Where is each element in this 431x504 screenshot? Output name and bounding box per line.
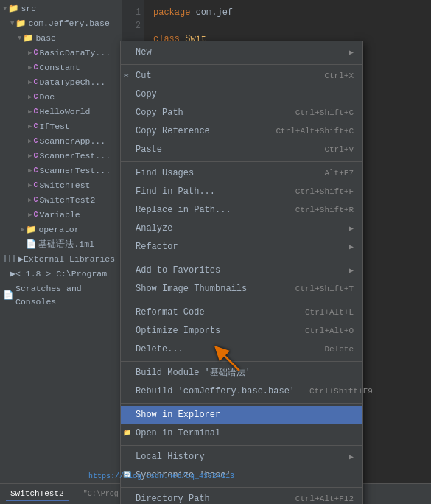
- menu-item-show-image-thumbs[interactable]: Show Image Thumbnails Ctrl+Shift+T: [121, 280, 362, 298]
- menu-item-find-in-path[interactable]: Find in Path... Ctrl+Shift+F: [121, 183, 362, 201]
- item-arrow: ▶: [28, 76, 32, 89]
- watermark: https://blog.csdn.net/qq_43324113: [88, 472, 234, 480]
- class-icon: C: [33, 179, 38, 192]
- item-arrow: ▶: [28, 91, 32, 104]
- menu-label-show-explorer: Show in Explorer: [136, 408, 354, 422]
- menu-item-rebuild[interactable]: Rebuild 'comJeffery.base.base' Ctrl+Shif…: [121, 382, 362, 401]
- class-icon: C: [33, 76, 38, 89]
- sidebar-item-base[interactable]: ▼ 📁 base: [0, 31, 122, 46]
- menu-item-show-explorer[interactable]: Show in Explorer: [121, 406, 362, 424]
- expand-arrow-base: ▼: [18, 32, 21, 45]
- item-arrow: ▶: [28, 46, 32, 60]
- class-icon: C: [33, 91, 38, 104]
- menu-label-open-terminal: Open in Terminal: [136, 427, 354, 441]
- context-menu: New ▶ ✂ Cut Ctrl+X Copy Copy Path Ctrl+S…: [120, 41, 363, 504]
- menu-item-optimize-imports[interactable]: Optimize Imports Ctrl+Alt+O: [121, 322, 362, 340]
- item-arrow: ▶: [28, 120, 32, 133]
- sidebar-label-src: src: [21, 2, 36, 15]
- cut-icon: ✂: [124, 69, 129, 83]
- sidebar-item-operator[interactable]: ▶ 📁 operator: [0, 223, 122, 237]
- sidebar-label: ScannerTest...: [39, 150, 111, 163]
- menu-label-delete: Delete...: [136, 343, 309, 357]
- sidebar-item-iftest[interactable]: ▶ C IfTest: [0, 119, 122, 134]
- class-icon: C: [33, 150, 38, 163]
- menu-shortcut-show-image-thumbs: Ctrl+Shift+T: [295, 282, 354, 296]
- item-arrow: ▶: [28, 179, 32, 192]
- sidebar-item-variable[interactable]: ▶ C Variable: [0, 208, 122, 223]
- menu-item-refactor[interactable]: Refactor ▶: [121, 238, 362, 256]
- menu-item-paste[interactable]: Paste Ctrl+V: [121, 141, 362, 159]
- menu-item-copy-path[interactable]: Copy Path Ctrl+Shift+C: [121, 104, 362, 122]
- menu-item-replace-in-path[interactable]: Replace in Path... Ctrl+Shift+R: [121, 201, 362, 220]
- menu-shortcut-replace-in-path: Ctrl+Shift+R: [295, 203, 354, 217]
- menu-item-new[interactable]: New ▶: [121, 43, 362, 62]
- menu-shortcut-copy-path: Ctrl+Shift+C: [295, 106, 354, 120]
- submenu-arrow-refactor: ▶: [349, 240, 354, 254]
- menu-item-directory-path[interactable]: Directory Path Ctrl+Alt+F12: [121, 490, 362, 504]
- sidebar-label-base: base: [35, 32, 56, 45]
- menu-label-show-image-thumbs: Show Image Thumbnails: [136, 282, 281, 296]
- menu-item-cut[interactable]: ✂ Cut Ctrl+X: [121, 67, 362, 85]
- item-arrow: ▶: [28, 194, 32, 207]
- menu-item-build-module[interactable]: Build Module '基础语法': [121, 364, 362, 382]
- menu-item-copy[interactable]: Copy: [121, 85, 362, 104]
- menu-item-local-history[interactable]: Local History ▶: [121, 448, 362, 466]
- menu-separator-4: [121, 301, 362, 301]
- menu-label-rebuild: Rebuild 'comJeffery.base.base': [136, 385, 295, 399]
- menu-separator-8: [121, 487, 362, 488]
- sidebar-label: ScannerTest...: [39, 164, 111, 178]
- menu-item-delete[interactable]: Delete... Delete: [121, 340, 362, 359]
- class-icon: C: [33, 105, 38, 119]
- item-arrow: ▶: [21, 223, 24, 237]
- menu-label-optimize-imports: Optimize Imports: [136, 324, 290, 338]
- menu-label-analyze: Analyze: [136, 222, 346, 236]
- menu-item-analyze[interactable]: Analyze ▶: [121, 220, 362, 238]
- sidebar-label-jdk: < 1.8 > C:\Program: [15, 267, 107, 281]
- sidebar-item-src[interactable]: ▼ 📁 src: [0, 1, 122, 16]
- menu-item-open-terminal[interactable]: 📁 Open in Terminal: [121, 424, 362, 443]
- sidebar-item-scratches[interactable]: 📄 Scratches and Consoles: [0, 281, 122, 309]
- menu-label-directory-path: Directory Path: [136, 492, 281, 504]
- class-icon: C: [33, 120, 38, 133]
- menu-separator-7: [121, 445, 362, 446]
- sidebar-item-basicdatatype[interactable]: ▶ C BasicDataTy...: [0, 46, 122, 60]
- sidebar-label: Doc: [39, 91, 55, 104]
- sidebar-item-switchtest2[interactable]: ▶ C SwitchTest2: [0, 193, 122, 208]
- sidebar-item-helloworld[interactable]: ▶ C HelloWorld: [0, 105, 122, 119]
- menu-separator: [121, 64, 362, 65]
- class-icon: C: [33, 46, 38, 60]
- sidebar-item-scannertest2[interactable]: ▶ C ScannerTest...: [0, 164, 122, 178]
- menu-item-find-usages[interactable]: Find Usages Alt+F7: [121, 164, 362, 183]
- item-arrow-jdk: ▶: [10, 267, 15, 281]
- menu-label-find-in-path: Find in Path...: [136, 185, 281, 199]
- folder-icon-jeffery: 📁: [15, 17, 26, 30]
- sidebar-label: HelloWorld: [39, 105, 90, 119]
- menu-item-copy-reference[interactable]: Copy Reference Ctrl+Alt+Shift+C: [121, 122, 362, 141]
- menu-shortcut-rebuild: Ctrl+Shift+F9: [309, 385, 373, 399]
- item-arrow: ▶: [28, 135, 32, 148]
- scratch-icon: 📄: [3, 289, 13, 302]
- sidebar-item-switchtest[interactable]: ▶ C SwitchTest: [0, 178, 122, 193]
- folder-icon-operator: 📁: [26, 223, 36, 237]
- sidebar-item-doc[interactable]: ▶ C Doc: [0, 90, 122, 105]
- sidebar-item-jdk[interactable]: ▶ < 1.8 > C:\Program: [0, 267, 122, 281]
- submenu-arrow-favorites: ▶: [349, 264, 354, 278]
- sidebar-label: IfTest: [39, 120, 69, 133]
- sidebar-item-scannertest1[interactable]: ▶ C ScannerTest...: [0, 149, 122, 164]
- sidebar-item-com-jeffery[interactable]: ▼ 📁 com.Jeffery.base: [0, 16, 122, 31]
- terminal-icon: 📁: [123, 427, 131, 441]
- menu-label-paste: Paste: [136, 143, 309, 157]
- sidebar-item-external-libs[interactable]: ||| ▶ External Libraries: [0, 252, 122, 267]
- class-icon: C: [33, 164, 38, 178]
- sidebar-item-scannerapp[interactable]: ▶ C ScannerApp...: [0, 134, 122, 149]
- sidebar-item-constant[interactable]: ▶ C Constant: [0, 60, 122, 75]
- menu-item-reformat-code[interactable]: Reformat Code Ctrl+Alt+L: [121, 304, 362, 322]
- menu-item-add-favorites[interactable]: Add to Favorites ▶: [121, 262, 362, 280]
- sidebar-item-iml[interactable]: ▶ 📄 基础语法.iml: [0, 237, 122, 252]
- expand-arrow-ext: ▶: [18, 253, 24, 266]
- menu-shortcut-cut: Ctrl+X: [324, 69, 354, 83]
- sidebar-item-datatypechange[interactable]: ▶ C DataTypeCh...: [0, 75, 122, 90]
- menu-label-find-usages: Find Usages: [136, 167, 309, 181]
- sidebar-label: DataTypeCh...: [39, 76, 105, 89]
- bottom-tab-switchtest2[interactable]: SwitchTest2: [6, 488, 69, 501]
